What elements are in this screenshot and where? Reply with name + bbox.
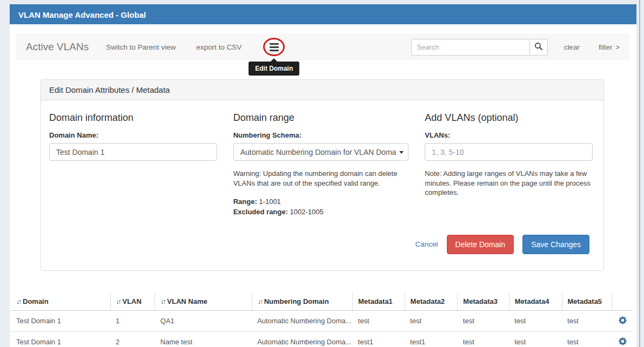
vlan-table-wrap: ↓↑Domain↓↑VLAN↓↑VLAN Name↓↑Numbering Dom… [11, 292, 632, 347]
row-settings-button[interactable] [619, 316, 627, 324]
switch-parent-view-link[interactable]: Switch to Parent view [106, 43, 176, 51]
vlans-label: VLANs: [425, 131, 593, 139]
table-cell: 2 [110, 331, 155, 347]
column-header-vlan[interactable]: ↓↑VLAN [110, 292, 155, 311]
excluded-range-value: 1002-1005 [290, 208, 323, 216]
numbering-schema-select[interactable]: Automatic Numbering Domain for VLAN Doma [233, 143, 409, 161]
export-csv-link[interactable]: export to CSV [196, 43, 242, 51]
cancel-button[interactable]: Cancel [415, 240, 438, 248]
column-label: VLAN [123, 297, 142, 305]
table-cell: Name test [155, 331, 252, 347]
save-changes-button[interactable]: Save Changes [522, 235, 589, 254]
tooltip-label: Edit Domain [255, 65, 293, 72]
column-header-domain[interactable]: ↓↑Domain [11, 292, 110, 311]
column-header-metadata2: Metadata2 [405, 292, 458, 311]
gear-icon [619, 316, 627, 324]
search-button[interactable] [530, 39, 548, 56]
magnifier-icon [534, 42, 543, 52]
add-vlans-section: Add VLANs (optional) VLANs: Note: Adding… [425, 112, 593, 217]
range-info: Range: 1-1001 Excluded range: 1002-1005 [233, 197, 409, 217]
range-warning-text: Warning: Updating the numbering domain c… [233, 169, 409, 188]
table-cell: QA1 [155, 310, 252, 331]
table-cell: test [353, 310, 405, 331]
panel-body: Domain information Domain Name: Domain r… [41, 100, 603, 270]
table-header-row: ↓↑Domain↓↑VLAN↓↑VLAN Name↓↑Numbering Dom… [11, 292, 632, 311]
column-header-actions [612, 292, 632, 311]
sort-icon: ↓↑ [16, 298, 21, 305]
window-edge [639, 0, 640, 347]
range-value: 1-1001 [259, 198, 280, 206]
vlans-input[interactable] [425, 143, 593, 161]
table-cell: test [405, 310, 458, 331]
panel-actions: Cancel Delete Domain Save Changes [49, 235, 593, 254]
chevron-right-icon: > [615, 43, 620, 51]
table-cell: test [562, 331, 612, 347]
table-cell: 1 [110, 310, 155, 331]
domain-range-section: Domain range Numbering Schema: Automatic… [233, 112, 409, 217]
domain-information-section: Domain information Domain Name: [49, 112, 217, 217]
vlans-note-text: Note: Adding large ranges of VLANs may t… [425, 169, 593, 198]
section-heading-add-vlans: Add VLANs (optional) [425, 112, 593, 124]
numbering-schema-label: Numbering Schema: [233, 131, 409, 139]
toolbar: Active VLANs Switch to Parent view expor… [16, 33, 629, 60]
table-cell: Test Domain 1 [11, 331, 110, 347]
table-cell: Test Domain 1 [11, 310, 110, 331]
column-label: Domain [23, 297, 49, 305]
column-label: Metadata3 [463, 297, 498, 305]
section-heading-domain-information: Domain information [49, 112, 217, 124]
sort-icon: ↓↑ [160, 298, 165, 305]
table-row: Test Domain 11QA1Automatic Numbering Dom… [11, 310, 632, 331]
row-actions-cell [612, 310, 632, 331]
section-heading-domain-range: Domain range [233, 112, 409, 124]
domain-name-input[interactable] [49, 143, 217, 161]
page-title: VLAN Manage Advanced - Global [10, 4, 636, 24]
table-cell: test [562, 310, 612, 331]
range-label: Range: [233, 198, 257, 206]
table-row: Test Domain 12Name testAutomatic Numberi… [11, 331, 632, 347]
table-cell: test [458, 331, 509, 347]
column-label: VLAN Name [167, 297, 207, 305]
column-header-metadata1: Metadata1 [353, 292, 405, 311]
active-vlans-heading: Active VLANs [26, 41, 89, 53]
excluded-range-line: Excluded range: 1002-1005 [233, 207, 409, 217]
edit-domain-panel: Edit Domain Attributes / Metadata Domain… [41, 79, 604, 271]
clear-link[interactable]: clear [564, 43, 580, 51]
search-input[interactable] [411, 39, 530, 56]
hamburger-icon[interactable] [270, 43, 279, 51]
column-label: Metadata4 [515, 297, 549, 305]
excluded-range-label: Excluded range: [233, 208, 288, 216]
tooltip-arrow-icon [271, 58, 277, 62]
page-body: Active VLANs Switch to Parent view expor… [10, 24, 636, 347]
row-settings-button[interactable] [619, 337, 627, 345]
column-header-numbering-domain[interactable]: ↓↑Numbering Domain [252, 292, 352, 311]
delete-domain-button[interactable]: Delete Domain [447, 235, 514, 254]
edit-domain-tooltip: Edit Domain [249, 62, 299, 76]
column-header-metadata4: Metadata4 [509, 292, 562, 311]
sort-icon: ↓↑ [258, 298, 262, 305]
domain-name-label: Domain Name: [49, 131, 217, 139]
table-cell: test1 [405, 331, 458, 347]
table-cell: test1 [353, 331, 405, 347]
numbering-schema-value: Automatic Numbering Domain for VLAN Doma [240, 148, 397, 157]
vlan-table: ↓↑Domain↓↑VLAN↓↑VLAN Name↓↑Numbering Dom… [11, 292, 632, 347]
filter-link[interactable]: filter > [599, 43, 620, 51]
table-cell: test [509, 331, 562, 347]
column-label: Metadata2 [411, 297, 445, 305]
column-header-metadata5: Metadata5 [562, 292, 612, 311]
app-window: VLAN Manage Advanced - Global Active VLA… [10, 4, 636, 347]
table-cell: test [509, 310, 562, 331]
range-line: Range: 1-1001 [233, 197, 409, 207]
column-header-metadata3: Metadata3 [458, 292, 509, 311]
column-label: Metadata1 [358, 297, 393, 305]
row-actions-cell [612, 331, 632, 347]
column-label: Numbering Domain [264, 297, 329, 305]
column-header-vlan-name[interactable]: ↓↑VLAN Name [155, 292, 252, 311]
column-label: Metadata5 [568, 297, 602, 305]
filter-label: filter [599, 43, 613, 51]
table-cell: Automatic Numbering Doma... [252, 310, 352, 331]
table-cell: Automatic Numbering Doma... [252, 331, 352, 347]
table-cell: test [458, 310, 509, 331]
search-group [411, 39, 548, 56]
edit-domain-menu[interactable]: Edit Domain [263, 38, 285, 56]
gear-icon [619, 337, 627, 345]
